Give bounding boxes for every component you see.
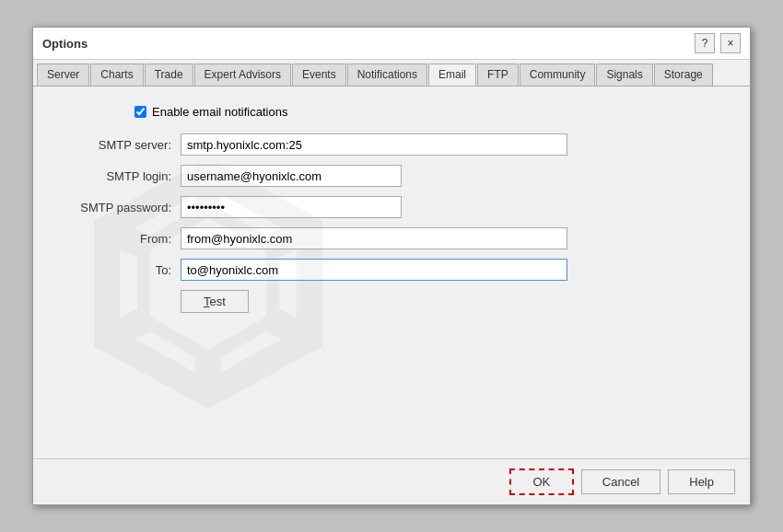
smtp-server-input[interactable] [181, 133, 567, 156]
tab-events[interactable]: Events [292, 64, 346, 86]
options-dialog: Options ? × Server Charts Trade Expert A… [32, 27, 751, 505]
tab-notifications[interactable]: Notifications [347, 64, 427, 86]
smtp-login-row: SMTP login: [61, 165, 722, 187]
tab-charts[interactable]: Charts [90, 64, 143, 86]
tabs-bar: Server Charts Trade Expert Advisors Even… [33, 60, 750, 87]
title-bar-controls: ? × [695, 33, 741, 53]
tab-expert-advisors[interactable]: Expert Advisors [194, 64, 291, 86]
smtp-server-label: SMTP server: [61, 138, 181, 152]
tab-email[interactable]: Email [428, 64, 476, 86]
smtp-login-input[interactable] [181, 165, 402, 187]
tab-signals[interactable]: Signals [596, 64, 652, 86]
smtp-password-label: SMTP password: [61, 201, 181, 214]
footer: OK Cancel Help [33, 458, 750, 504]
tab-storage[interactable]: Storage [654, 64, 713, 86]
svg-line-4 [273, 320, 310, 339]
enable-checkbox-row: Enable email notifications [134, 105, 722, 119]
title-bar-left: Options [42, 37, 88, 51]
content-area: Enable email notifications SMTP server: … [33, 87, 750, 458]
svg-line-6 [107, 320, 144, 339]
help-footer-button[interactable]: Help [668, 469, 735, 494]
title-bar: Options ? × [33, 28, 750, 60]
close-button[interactable]: × [720, 33, 741, 53]
tab-server[interactable]: Server [37, 64, 89, 86]
tab-trade[interactable]: Trade [145, 64, 193, 86]
smtp-login-label: SMTP login: [61, 169, 181, 183]
help-button[interactable]: ? [695, 33, 715, 53]
from-input[interactable] [181, 227, 567, 249]
smtp-password-row: SMTP password: [61, 196, 722, 218]
tab-community[interactable]: Community [520, 64, 596, 86]
enable-email-checkbox[interactable] [134, 106, 146, 118]
tab-ftp[interactable]: FTP [477, 64, 519, 86]
enable-email-label: Enable email notifications [152, 105, 287, 119]
to-row: To: [61, 259, 722, 281]
from-label: From: [61, 232, 181, 246]
smtp-password-input[interactable] [181, 196, 402, 218]
smtp-server-row: SMTP server: [61, 133, 722, 156]
to-label: To: [61, 263, 181, 277]
test-button[interactable]: Test [181, 290, 249, 313]
cancel-button[interactable]: Cancel [581, 469, 660, 494]
dialog-title: Options [42, 37, 88, 51]
from-row: From: [61, 227, 722, 249]
ok-button[interactable]: OK [509, 468, 574, 495]
to-input[interactable] [181, 259, 567, 281]
test-btn-row: Test [181, 290, 722, 313]
